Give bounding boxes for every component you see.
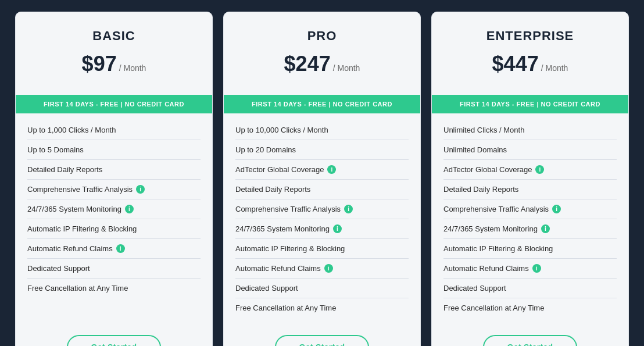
- feature-item: Automatic IP Filtering & Blocking: [235, 239, 409, 259]
- feature-text: Automatic IP Filtering & Blocking: [443, 244, 553, 253]
- pricing-container: BASIC$97/ MonthFIRST 14 DAYS - FREE | NO…: [12, 12, 632, 346]
- feature-text: Automatic IP Filtering & Blocking: [235, 244, 345, 253]
- feature-text: Dedicated Support: [443, 284, 506, 293]
- feature-item: Automatic Refund Claimsi: [27, 239, 201, 259]
- info-icon[interactable]: i: [327, 165, 336, 174]
- feature-text: AdTector Global Coverage: [443, 165, 532, 174]
- info-icon[interactable]: i: [116, 244, 125, 253]
- trial-banner-basic: FIRST 14 DAYS - FREE | NO CREDIT CARD: [16, 95, 212, 113]
- trial-banner-enterprise: FIRST 14 DAYS - FREE | NO CREDIT CARD: [432, 95, 628, 113]
- feature-item: Detailed Daily Reports: [27, 160, 201, 180]
- feature-text: Comprehensive Traffic Analysis: [27, 185, 133, 194]
- get-started-button-basic[interactable]: Get Started: [67, 335, 162, 346]
- features-list-pro: Up to 10,000 Clicks / MonthUp to 20 Doma…: [224, 113, 420, 324]
- feature-text: 24/7/365 System Monitoring: [443, 224, 538, 233]
- feature-item: Automatic Refund Claimsi: [443, 259, 617, 279]
- price-period-basic: / Month: [119, 63, 146, 73]
- info-icon[interactable]: i: [333, 224, 342, 233]
- info-icon[interactable]: i: [535, 165, 544, 174]
- feature-text: Free Cancellation at Any Time: [27, 284, 128, 293]
- feature-text: Dedicated Support: [27, 264, 90, 273]
- feature-item: Detailed Daily Reports: [443, 180, 617, 199]
- feature-item: Detailed Daily Reports: [235, 180, 409, 199]
- feature-item: 24/7/365 System Monitoringi: [443, 219, 617, 239]
- pricing-card-basic: BASIC$97/ MonthFIRST 14 DAYS - FREE | NO…: [15, 12, 213, 346]
- feature-text: Automatic IP Filtering & Blocking: [27, 224, 137, 233]
- plan-name-pro: PRO: [238, 28, 406, 44]
- feature-item: AdTector Global Coveragei: [443, 160, 617, 180]
- feature-item: Free Cancellation at Any Time: [27, 279, 201, 298]
- info-icon[interactable]: i: [125, 205, 134, 213]
- feature-text: Up to 1,000 Clicks / Month: [27, 126, 116, 134]
- pricing-card-pro: PRO$247/ MonthFIRST 14 DAYS - FREE | NO …: [223, 12, 421, 346]
- pricing-card-enterprise: ENTERPRISE$447/ MonthFIRST 14 DAYS - FRE…: [431, 12, 629, 346]
- feature-text: Detailed Daily Reports: [235, 185, 310, 194]
- feature-item: Up to 20 Domains: [235, 140, 409, 160]
- get-started-button-pro[interactable]: Get Started: [275, 335, 370, 346]
- feature-item: Comprehensive Traffic Analysisi: [443, 199, 617, 219]
- price-amount-pro: $247: [284, 52, 331, 76]
- feature-text: Automatic Refund Claims: [235, 264, 321, 273]
- feature-text: Up to 20 Domains: [235, 145, 296, 154]
- feature-item: Free Cancellation at Any Time: [443, 298, 617, 318]
- feature-item: Unlimited Clicks / Month: [443, 120, 617, 140]
- info-icon[interactable]: i: [324, 264, 333, 273]
- info-icon[interactable]: i: [552, 205, 561, 213]
- feature-item: Up to 5 Domains: [27, 140, 201, 160]
- feature-item: 24/7/365 System Monitoringi: [27, 199, 201, 219]
- feature-item: Up to 1,000 Clicks / Month: [27, 120, 201, 140]
- feature-text: Up to 10,000 Clicks / Month: [235, 126, 328, 134]
- feature-text: 24/7/365 System Monitoring: [27, 205, 121, 213]
- feature-item: Comprehensive Traffic Analysisi: [235, 199, 409, 219]
- price-amount-enterprise: $447: [492, 52, 539, 76]
- feature-text: Automatic Refund Claims: [443, 264, 529, 273]
- info-icon[interactable]: i: [344, 205, 353, 213]
- info-icon[interactable]: i: [136, 185, 145, 194]
- card-header-pro: PRO$247/ Month: [224, 12, 420, 95]
- info-icon[interactable]: i: [532, 264, 541, 273]
- feature-item: AdTector Global Coveragei: [235, 160, 409, 180]
- price-row-pro: $247/ Month: [238, 52, 406, 76]
- card-footer-enterprise: Get Started: [432, 324, 628, 346]
- price-row-enterprise: $447/ Month: [446, 52, 614, 76]
- feature-text: Free Cancellation at Any Time: [443, 304, 544, 312]
- feature-item: Dedicated Support: [443, 279, 617, 298]
- price-amount-basic: $97: [82, 52, 117, 76]
- card-header-enterprise: ENTERPRISE$447/ Month: [432, 12, 628, 95]
- feature-text: Up to 5 Domains: [27, 145, 84, 154]
- feature-text: Comprehensive Traffic Analysis: [443, 205, 549, 213]
- feature-text: Unlimited Domains: [443, 145, 507, 154]
- feature-item: Automatic IP Filtering & Blocking: [27, 219, 201, 239]
- feature-item: Dedicated Support: [27, 259, 201, 279]
- plan-name-basic: BASIC: [30, 28, 198, 44]
- features-list-enterprise: Unlimited Clicks / MonthUnlimited Domain…: [432, 113, 628, 324]
- feature-item: Automatic IP Filtering & Blocking: [443, 239, 617, 259]
- plan-name-enterprise: ENTERPRISE: [446, 28, 614, 44]
- feature-text: Free Cancellation at Any Time: [235, 304, 336, 312]
- features-list-basic: Up to 1,000 Clicks / MonthUp to 5 Domain…: [16, 113, 212, 324]
- feature-text: Automatic Refund Claims: [27, 244, 113, 253]
- feature-text: Detailed Daily Reports: [443, 185, 518, 194]
- card-footer-basic: Get Started: [16, 324, 212, 346]
- feature-text: Comprehensive Traffic Analysis: [235, 205, 341, 213]
- card-footer-pro: Get Started: [224, 324, 420, 346]
- feature-text: AdTector Global Coverage: [235, 165, 324, 174]
- feature-item: Comprehensive Traffic Analysisi: [27, 180, 201, 199]
- feature-item: 24/7/365 System Monitoringi: [235, 219, 409, 239]
- price-row-basic: $97/ Month: [30, 52, 198, 76]
- price-period-pro: / Month: [333, 63, 360, 73]
- get-started-button-enterprise[interactable]: Get Started: [483, 335, 578, 346]
- feature-item: Automatic Refund Claimsi: [235, 259, 409, 279]
- feature-item: Up to 10,000 Clicks / Month: [235, 120, 409, 140]
- feature-text: 24/7/365 System Monitoring: [235, 224, 330, 233]
- card-header-basic: BASIC$97/ Month: [16, 12, 212, 95]
- feature-item: Dedicated Support: [235, 279, 409, 298]
- feature-text: Unlimited Clicks / Month: [443, 126, 524, 134]
- price-period-enterprise: / Month: [541, 63, 568, 73]
- info-icon[interactable]: i: [541, 224, 550, 233]
- feature-text: Detailed Daily Reports: [27, 165, 102, 174]
- trial-banner-pro: FIRST 14 DAYS - FREE | NO CREDIT CARD: [224, 95, 420, 113]
- feature-text: Dedicated Support: [235, 284, 298, 293]
- feature-item: Unlimited Domains: [443, 140, 617, 160]
- feature-item: Free Cancellation at Any Time: [235, 298, 409, 318]
